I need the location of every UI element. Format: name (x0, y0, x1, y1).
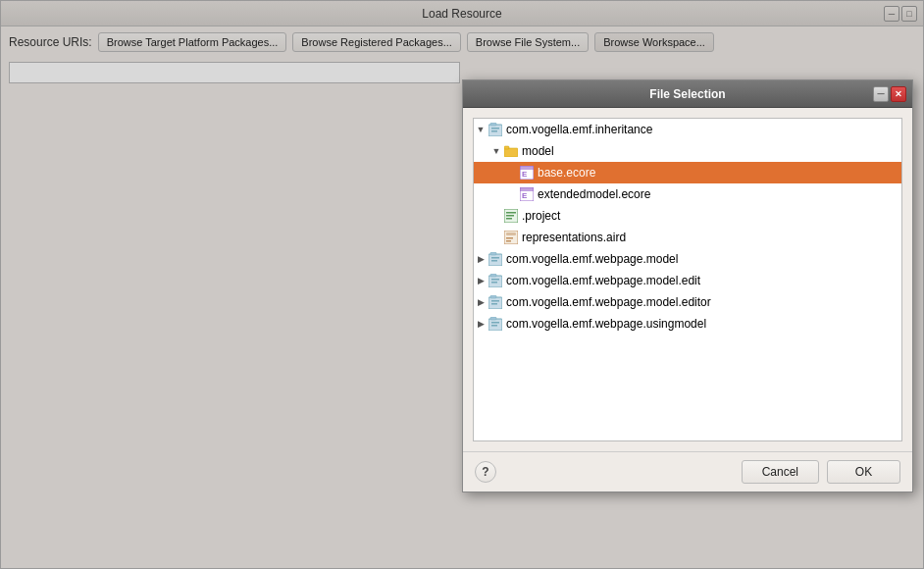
tree-arrow: ▶ (474, 297, 488, 307)
tree-item-label: com.vogella.emf.webpage.model.edit (506, 274, 700, 287)
svg-rect-27 (491, 282, 497, 284)
tree-item-com-vogella-emf-webpage-usingmodel[interactable]: ▶ com.vogella.emf.webpage.usingmodel (474, 313, 901, 335)
tree-item-com-vogella-emf-webpage-model-editor[interactable]: ▶ com.vogella.emf.webpage.model.editor (474, 291, 901, 313)
help-button[interactable]: ? (475, 461, 496, 483)
svg-rect-11 (520, 187, 534, 191)
cancel-button[interactable]: Cancel (742, 460, 819, 484)
aird-icon (503, 230, 519, 245)
tree-item-com-vogella-emf-webpage-model[interactable]: ▶ com.vogella.emf.webpage.model (474, 248, 901, 270)
project-icon (488, 251, 503, 267)
tree-item-label: base.ecore (538, 166, 595, 180)
dialog-close-button[interactable]: ✕ (891, 86, 906, 102)
svg-rect-3 (491, 130, 497, 132)
svg-text:E: E (522, 170, 528, 179)
svg-rect-21 (490, 252, 496, 255)
svg-rect-19 (506, 240, 511, 242)
svg-rect-2 (491, 128, 499, 129)
footer-left: ? (475, 461, 496, 483)
svg-text:E: E (522, 191, 528, 200)
svg-rect-1 (490, 123, 496, 126)
tree-item-com-vogella-emf-inheritance[interactable]: ▼ com.vogella.emf.inheritance (474, 119, 901, 140)
tree-item-label: extendedmodel.ecore (538, 187, 650, 201)
tree-item-model-folder[interactable]: ▼ model (474, 140, 901, 162)
dialog-footer: ? Cancel OK (463, 451, 912, 491)
svg-rect-13 (506, 212, 516, 214)
svg-rect-26 (491, 279, 499, 281)
modal-overlay: File Selection ─ ✕ ▼ com.vogella.emf.inh… (1, 1, 923, 568)
dialog-body: ▼ com.vogella.emf.inheritance▼ model E b… (463, 108, 912, 451)
svg-rect-8 (520, 166, 534, 170)
svg-rect-35 (491, 325, 497, 327)
project-icon (488, 316, 503, 332)
tree-item-base-ecore[interactable]: E base.ecore (474, 162, 901, 183)
project-icon (488, 273, 503, 288)
svg-rect-31 (491, 303, 497, 305)
svg-rect-33 (490, 317, 496, 320)
project-icon (488, 122, 503, 137)
tree-item-label: com.vogella.emf.inheritance (506, 123, 652, 136)
tree-item-label: model (522, 144, 554, 158)
svg-rect-15 (506, 218, 512, 220)
tree-item-dotproject[interactable]: .project (474, 205, 901, 227)
tree-arrow: ▼ (489, 146, 503, 156)
tree-item-representations-aird[interactable]: representations.aird (474, 227, 901, 248)
folder-icon (503, 143, 519, 159)
tree-item-label: com.vogella.emf.webpage.model (506, 252, 678, 266)
tree-item-label: representations.aird (522, 231, 626, 244)
svg-rect-5 (504, 146, 509, 149)
svg-rect-14 (506, 215, 514, 217)
tree-arrow: ▶ (474, 276, 488, 285)
dialog-minimize-button[interactable]: ─ (873, 86, 889, 102)
svg-rect-30 (491, 300, 499, 302)
dotproject-icon (503, 208, 519, 224)
file-selection-dialog: File Selection ─ ✕ ▼ com.vogella.emf.inh… (462, 79, 913, 492)
ok-button[interactable]: OK (827, 460, 900, 484)
footer-right: Cancel OK (742, 460, 900, 484)
svg-rect-22 (491, 257, 499, 259)
tree-item-label: com.vogella.emf.webpage.model.editor (506, 295, 711, 309)
tree-item-label: com.vogella.emf.webpage.usingmodel (506, 317, 706, 331)
dialog-titlebar-buttons: ─ ✕ (873, 86, 906, 102)
main-window: Load Resource ─ □ Resource URIs: Browse … (0, 0, 924, 569)
tree-item-label: .project (522, 209, 560, 223)
tree-item-com-vogella-emf-webpage-model-edit[interactable]: ▶ com.vogella.emf.webpage.model.edit (474, 270, 901, 291)
svg-rect-34 (491, 322, 499, 324)
svg-rect-17 (506, 233, 516, 235)
dialog-title: File Selection (649, 87, 725, 101)
tree-arrow: ▶ (474, 319, 488, 329)
file-tree[interactable]: ▼ com.vogella.emf.inheritance▼ model E b… (473, 118, 902, 441)
svg-rect-18 (506, 237, 513, 239)
svg-rect-25 (490, 274, 496, 277)
project-icon (488, 294, 503, 310)
ecore-icon: E (519, 186, 535, 202)
ecore-icon: E (519, 165, 535, 181)
svg-rect-29 (490, 295, 496, 298)
svg-rect-23 (491, 260, 497, 262)
tree-item-extendedmodel-ecore[interactable]: E extendedmodel.ecore (474, 183, 901, 205)
svg-rect-4 (504, 148, 518, 157)
tree-arrow: ▶ (474, 254, 488, 264)
dialog-titlebar: File Selection ─ ✕ (463, 80, 912, 108)
tree-arrow: ▼ (474, 125, 488, 134)
